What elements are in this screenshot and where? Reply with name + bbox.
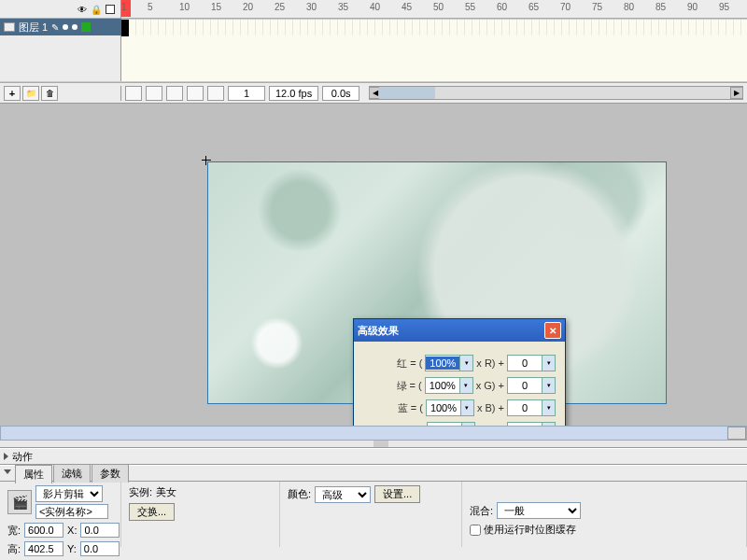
actions-panel-header[interactable]: 动作 bbox=[0, 448, 747, 465]
tab-parameters[interactable]: 参数 bbox=[92, 464, 129, 483]
alpha-percent-spinner[interactable]: ▾ bbox=[427, 422, 475, 426]
panel-divider[interactable] bbox=[0, 441, 747, 448]
onion-skin-button[interactable] bbox=[146, 86, 162, 101]
green-percent-spinner[interactable]: ▾ bbox=[425, 377, 473, 394]
alpha-mid: x A) + bbox=[478, 425, 504, 426]
lock-dot[interactable] bbox=[72, 24, 78, 30]
layer-name: 图层 1 bbox=[19, 21, 48, 35]
timeline-scrollbar[interactable]: ◀ ▶ bbox=[369, 86, 743, 100]
alpha-percent-input[interactable] bbox=[428, 424, 461, 426]
cache-bitmap-row: 使用运行时位图缓存 bbox=[470, 523, 739, 537]
spinner-icon[interactable]: ▾ bbox=[459, 356, 472, 371]
ruler-tick: 80 bbox=[624, 2, 634, 12]
ruler-tick: 60 bbox=[497, 2, 507, 12]
y-input[interactable] bbox=[80, 541, 120, 556]
edit-multiple-button[interactable] bbox=[187, 86, 204, 101]
visibility-dot[interactable] bbox=[63, 24, 68, 30]
width-label: 宽: bbox=[7, 524, 21, 538]
ruler-tick: 50 bbox=[433, 2, 444, 12]
tab-properties[interactable]: 属性 bbox=[15, 465, 52, 483]
outline-color-icon[interactable] bbox=[81, 22, 91, 32]
ruler-tick: 85 bbox=[655, 2, 666, 12]
ruler-tick: 30 bbox=[306, 2, 317, 12]
blue-label: 蓝 = ( bbox=[398, 401, 423, 415]
swap-button[interactable]: 交换... bbox=[129, 503, 175, 521]
delete-layer-button[interactable] bbox=[41, 86, 58, 101]
props-col-blend: 混合: 一般 使用运行时位图缓存 bbox=[462, 482, 747, 547]
new-folder-button[interactable] bbox=[22, 86, 39, 101]
tab-filters[interactable]: 滤镜 bbox=[53, 464, 91, 483]
instance-name-input[interactable] bbox=[35, 504, 108, 519]
dialog-titlebar[interactable]: 高级效果 ✕ bbox=[354, 319, 565, 342]
scroll-right-icon[interactable]: ▶ bbox=[730, 87, 743, 99]
blue-offset-spinner[interactable]: ▾ bbox=[507, 399, 556, 416]
alpha-label: Alpha = ( bbox=[382, 425, 423, 426]
spinner-icon[interactable]: ▾ bbox=[459, 378, 472, 393]
blue-percent-input[interactable] bbox=[427, 401, 460, 414]
instance-value: 美女 bbox=[156, 485, 176, 499]
instance-label: 实例: bbox=[129, 485, 152, 499]
expand-icon[interactable] bbox=[4, 453, 8, 460]
alpha-offset-spinner[interactable]: ▾ bbox=[507, 422, 556, 426]
symbol-type-select[interactable]: 影片剪辑 bbox=[35, 485, 103, 502]
modify-onion-button[interactable] bbox=[207, 86, 224, 101]
grip-icon[interactable] bbox=[374, 441, 388, 447]
x-input[interactable] bbox=[80, 523, 120, 538]
visibility-icon[interactable] bbox=[78, 4, 87, 15]
width-input[interactable] bbox=[24, 523, 63, 538]
ruler-tick: 90 bbox=[687, 2, 698, 12]
timeline-ruler[interactable]: 1 5 10 15 20 25 30 35 40 45 50 55 60 65 … bbox=[121, 0, 747, 18]
ruler-tick: 20 bbox=[243, 2, 253, 12]
scrollbar-thumb[interactable] bbox=[379, 87, 435, 99]
props-col-type: 影片剪辑 宽: X: 高: Y: bbox=[0, 482, 121, 547]
red-offset-input[interactable] bbox=[508, 357, 542, 370]
red-percent-input[interactable] bbox=[426, 357, 459, 370]
advanced-effect-dialog: 高级效果 ✕ 红 = ( ▾ x R) + ▾ 绿 = ( ▾ x G) + ▾… bbox=[353, 318, 566, 426]
cache-bitmap-checkbox[interactable] bbox=[470, 525, 481, 536]
ruler-tick: 75 bbox=[592, 2, 602, 12]
ruler-tick: 1 bbox=[121, 2, 127, 12]
blue-offset-input[interactable] bbox=[508, 401, 542, 414]
spinner-icon[interactable]: ▾ bbox=[542, 400, 555, 415]
stage-maximize-button[interactable] bbox=[727, 427, 746, 440]
color-effect-select[interactable]: 高级 bbox=[315, 486, 371, 503]
alpha-offset-input[interactable] bbox=[508, 424, 542, 426]
green-mid: x G) + bbox=[476, 380, 504, 391]
cache-bitmap-label: 使用运行时位图缓存 bbox=[484, 523, 576, 537]
ruler-tick: 10 bbox=[179, 2, 190, 12]
alpha-row: Alpha = ( ▾ x A) + ▾ bbox=[363, 422, 556, 426]
new-layer-button[interactable] bbox=[4, 86, 21, 101]
close-button[interactable]: ✕ bbox=[544, 322, 561, 339]
collapse-icon[interactable] bbox=[4, 469, 11, 478]
green-offset-input[interactable] bbox=[508, 379, 542, 392]
timeline-header: 1 5 10 15 20 25 30 35 40 45 50 55 60 65 … bbox=[0, 0, 747, 19]
spinner-icon[interactable]: ▾ bbox=[542, 423, 555, 426]
blue-percent-spinner[interactable]: ▾ bbox=[426, 399, 474, 416]
spinner-icon[interactable]: ▾ bbox=[460, 400, 473, 415]
lock-icon[interactable] bbox=[91, 4, 102, 15]
layer-cell[interactable]: 图层 1 bbox=[0, 19, 121, 35]
height-input[interactable] bbox=[24, 541, 63, 556]
blend-mode-select[interactable]: 一般 bbox=[497, 502, 581, 519]
spinner-icon[interactable]: ▾ bbox=[542, 378, 555, 393]
onion-outline-button[interactable] bbox=[166, 86, 183, 101]
red-offset-spinner[interactable]: ▾ bbox=[507, 355, 556, 371]
green-offset-spinner[interactable]: ▾ bbox=[507, 377, 556, 394]
stage-scrollbar[interactable] bbox=[0, 426, 747, 441]
frames-track[interactable] bbox=[121, 19, 747, 35]
outline-icon[interactable] bbox=[106, 5, 115, 14]
red-mid: x R) + bbox=[476, 357, 504, 369]
keyframe[interactable] bbox=[121, 20, 129, 36]
timeline-panel: 1 5 10 15 20 25 30 35 40 45 50 55 60 65 … bbox=[0, 0, 747, 104]
spinner-icon[interactable]: ▾ bbox=[461, 423, 474, 426]
blue-row: 蓝 = ( ▾ x B) + ▾ bbox=[363, 399, 556, 416]
layer-row[interactable]: 图层 1 bbox=[0, 19, 747, 35]
center-frame-button[interactable] bbox=[125, 86, 142, 101]
green-percent-input[interactable] bbox=[426, 379, 459, 392]
color-label: 颜色: bbox=[288, 487, 311, 501]
settings-button[interactable]: 设置... bbox=[374, 485, 420, 503]
red-percent-spinner[interactable]: ▾ bbox=[425, 355, 473, 371]
ruler-tick: 5 bbox=[148, 2, 153, 12]
stage-area[interactable]: 高级效果 ✕ 红 = ( ▾ x R) + ▾ 绿 = ( ▾ x G) + ▾… bbox=[0, 104, 747, 426]
spinner-icon[interactable]: ▾ bbox=[542, 356, 555, 371]
